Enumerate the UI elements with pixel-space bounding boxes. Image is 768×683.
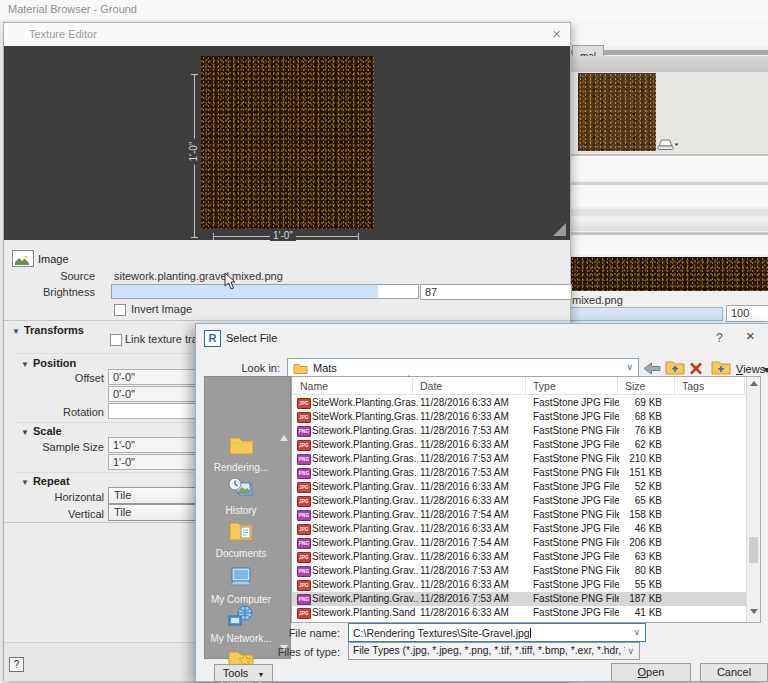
transforms-header[interactable]: ▼Transforms bbox=[12, 324, 84, 336]
cancel-button[interactable]: Cancel bbox=[700, 663, 768, 682]
help-button[interactable]: ? bbox=[9, 657, 24, 672]
file-list-scrollbar[interactable] bbox=[746, 377, 760, 622]
file-name: Sitework.Planting.Sand bbox=[312, 607, 418, 618]
column-separator[interactable] bbox=[525, 377, 526, 394]
file-type-icon: PNG bbox=[297, 538, 311, 549]
sidebar-item-history[interactable]: History bbox=[205, 476, 277, 516]
bg-brightness-value[interactable]: 100 bbox=[726, 305, 768, 322]
brightness-value[interactable]: 87 bbox=[420, 284, 572, 300]
scroll-up-icon[interactable] bbox=[750, 381, 758, 386]
table-row[interactable]: JPGSitework.Planting.Grav...11/28/2016 6… bbox=[292, 578, 746, 592]
table-row[interactable]: PNGSitework.Planting.Gras...11/28/2016 7… bbox=[292, 424, 746, 438]
table-row[interactable]: JPGSiteWork.Planting.Gras...11/28/2016 6… bbox=[292, 410, 746, 424]
dialog-close-icon[interactable]: × bbox=[746, 327, 755, 344]
file-type-icon: JPG bbox=[297, 440, 311, 451]
column-header-type[interactable]: Type bbox=[533, 380, 556, 392]
file-date: 11/28/2016 6:33 AM bbox=[420, 579, 524, 590]
screen: Material Browser - Ground mal mixed.png … bbox=[0, 0, 768, 683]
column-separator[interactable] bbox=[744, 377, 745, 394]
file-date: 11/28/2016 7:54 AM bbox=[420, 509, 524, 520]
close-icon[interactable]: × bbox=[552, 25, 561, 42]
file-name: Sitework.Planting.Grav... bbox=[312, 593, 418, 604]
file-size: 206 KB bbox=[617, 537, 662, 548]
file-type-icon: PNG bbox=[297, 468, 311, 479]
brightness-slider-fill bbox=[112, 285, 378, 298]
table-row[interactable]: PNGSitework.Planting.Grav...11/28/2016 7… bbox=[292, 592, 746, 606]
sidebar-item-my-computer[interactable]: My Computer bbox=[205, 565, 277, 605]
sidebar-item-rendering[interactable]: Rendering... bbox=[205, 433, 277, 473]
look-in-combobox[interactable]: Mats ∨ bbox=[287, 358, 639, 378]
revit-logo-icon: R bbox=[204, 330, 221, 347]
material-browser-title: Material Browser - Ground bbox=[8, 3, 137, 15]
texture-preview-image[interactable] bbox=[201, 56, 374, 229]
column-header-tags[interactable]: Tags bbox=[682, 380, 704, 392]
file-size: 41 KB bbox=[617, 607, 662, 618]
column-separator[interactable] bbox=[617, 377, 618, 394]
file-date: 11/28/2016 7:53 AM bbox=[420, 425, 524, 436]
chevron-down-icon[interactable]: ∨ bbox=[633, 627, 640, 637]
brightness-slider[interactable] bbox=[111, 284, 419, 299]
table-row[interactable]: JPGSitework.Planting.Grav...11/28/2016 6… bbox=[292, 522, 746, 536]
file-size: 76 KB bbox=[617, 425, 662, 436]
table-row[interactable]: JPGSiteWork.Planting.Gras...11/28/2016 6… bbox=[292, 396, 746, 410]
table-row[interactable]: JPGSitework.Planting.Gras...11/28/2016 6… bbox=[292, 438, 746, 452]
sidebar-item-documents[interactable]: Documents bbox=[205, 519, 277, 559]
bg-brightness-slider[interactable] bbox=[570, 307, 723, 321]
file-date: 11/28/2016 6:33 AM bbox=[420, 411, 524, 422]
file-size: 55 KB bbox=[617, 579, 662, 590]
file-name: Sitework.Planting.Grav... bbox=[312, 565, 418, 576]
repeat-header[interactable]: ▼Repeat bbox=[21, 475, 70, 487]
folder-icon bbox=[226, 443, 256, 460]
file-name-input[interactable]: C:\Rendering Textures\Site-Gravel.jpg ∨ bbox=[348, 623, 646, 642]
collapse-arrow-icon: ▼ bbox=[12, 327, 20, 336]
chevron-down-icon[interactable]: ∨ bbox=[626, 362, 633, 372]
file-type-icon: JPG bbox=[297, 608, 311, 619]
files-of-type-dropdown[interactable]: File Types (*.jpg, *.jpeg, *.png, *.tif,… bbox=[348, 642, 640, 660]
table-row[interactable]: JPGSitework.Planting.Sand11/28/2016 6:33… bbox=[292, 606, 746, 620]
table-row[interactable]: JPGSitework.Planting.Grav...11/28/2016 6… bbox=[292, 494, 746, 508]
column-separator[interactable] bbox=[412, 377, 413, 394]
file-date: 11/28/2016 7:53 AM bbox=[420, 467, 524, 478]
file-list-header[interactable]: ˆ NameDateTypeSizeTags bbox=[292, 377, 760, 395]
source-value[interactable]: sitework.planting.gravel.mixed.png bbox=[114, 270, 283, 282]
table-row[interactable]: JPGSitework.Planting.Grav...11/28/2016 6… bbox=[292, 550, 746, 564]
table-row[interactable]: PNGSitework.Planting.Gras...11/28/2016 7… bbox=[292, 452, 746, 466]
file-type: FastStone PNG File bbox=[533, 565, 619, 576]
file-type: FastStone PNG File bbox=[533, 509, 619, 520]
tools-button[interactable]: Tools ▼ bbox=[214, 664, 273, 682]
scale-header[interactable]: ▼Scale bbox=[21, 425, 62, 437]
column-header-name[interactable]: Name bbox=[300, 380, 328, 392]
tools-dropdown-icon: ▼ bbox=[257, 671, 264, 678]
position-header[interactable]: ▼Position bbox=[21, 357, 76, 369]
scroll-down-icon[interactable] bbox=[750, 609, 758, 614]
views-button[interactable]: Views bbox=[736, 363, 765, 375]
table-row[interactable]: JPGSitework.Planting.Grav...11/28/2016 6… bbox=[292, 480, 746, 494]
sample-size-label: Sample Size bbox=[14, 441, 104, 453]
link-texture-checkbox[interactable] bbox=[110, 334, 122, 346]
file-name: Sitework.Planting.Gras... bbox=[312, 467, 418, 478]
material-thumbnail[interactable] bbox=[578, 73, 656, 151]
dialog-help-icon[interactable]: ? bbox=[716, 331, 723, 345]
dimension-tick bbox=[358, 233, 359, 240]
file-type: FastStone JPG File bbox=[533, 523, 619, 534]
image-section-header: Image bbox=[38, 253, 69, 265]
file-size: 62 KB bbox=[617, 439, 662, 450]
open-button[interactable]: Open bbox=[611, 663, 691, 682]
file-name: Sitework.Planting.Grav... bbox=[312, 481, 418, 492]
column-header-size[interactable]: Size bbox=[625, 380, 645, 392]
views-dropdown-icon[interactable] bbox=[763, 368, 768, 373]
scroll-up-icon[interactable] bbox=[280, 435, 288, 441]
table-row[interactable]: PNGSitework.Planting.Grav...11/28/2016 7… bbox=[292, 508, 746, 522]
resize-grip-icon[interactable] bbox=[553, 223, 566, 236]
table-row[interactable]: PNGSitework.Planting.Gras...11/28/2016 7… bbox=[292, 466, 746, 480]
scrollbar-thumb[interactable] bbox=[749, 537, 758, 563]
table-row[interactable]: PNGSitework.Planting.Grav...11/28/2016 7… bbox=[292, 536, 746, 550]
files-of-type-value: File Types (*.jpg, *.jpeg, *.png, *.tif,… bbox=[353, 645, 625, 656]
column-separator[interactable] bbox=[674, 377, 675, 394]
invert-image-checkbox[interactable] bbox=[114, 304, 126, 316]
table-row[interactable]: PNGSitework.Planting.Grav...11/28/2016 7… bbox=[292, 564, 746, 578]
column-header-date[interactable]: Date bbox=[420, 380, 442, 392]
file-date: 11/28/2016 7:53 AM bbox=[420, 453, 524, 464]
chevron-down-icon[interactable]: ∨ bbox=[627, 646, 634, 656]
file-type: FastStone JPG File bbox=[533, 579, 619, 590]
